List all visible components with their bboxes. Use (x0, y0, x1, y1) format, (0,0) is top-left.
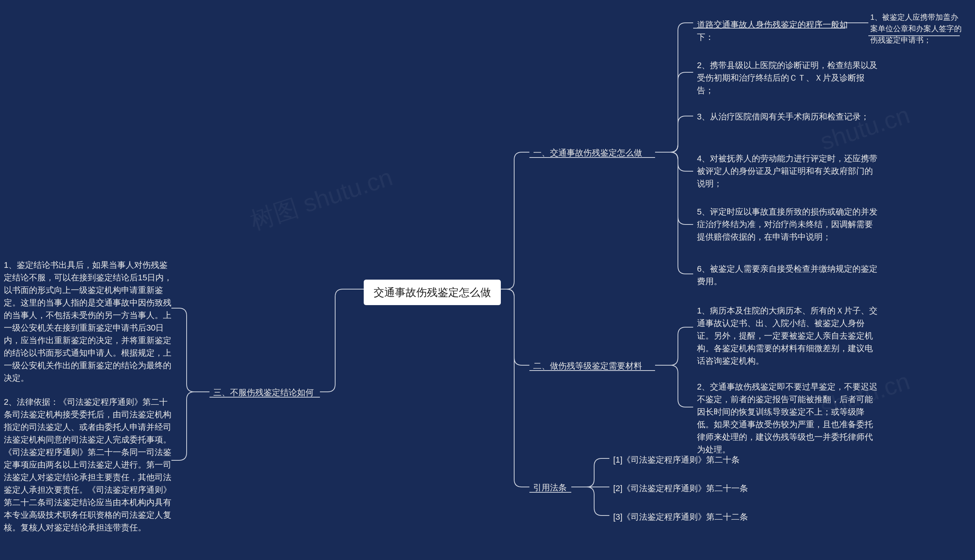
branch-3-item-0: [1]《司法鉴定程序通则》第二十条 (613, 453, 740, 466)
branch-1-item-4: 5、评定时应以事故直接所致的损伤或确定的并发症治疗终结为准，对治疗尚未终结，因调… (697, 205, 880, 243)
branch-1-item-3: 4、对被抚养人的劳动能力进行评定时，还应携带被评定人的身份证及户籍证明和有关政府… (697, 152, 880, 190)
branch-1-item-5: 6、被鉴定人需要亲自接受检查并缴纳规定的鉴定费用。 (697, 262, 880, 288)
branch-1-label[interactable]: 一、交通事故伤残鉴定怎么做 (533, 147, 642, 159)
branch-3-item-2: [3]《司法鉴定程序通则》第二十二条 (613, 510, 748, 523)
branch-4-item-0: 1、鉴定结论书出具后，如果当事人对伤残鉴定结论不服，可以在接到鉴定结论后15日内… (4, 259, 175, 384)
branch-3-item-1: [2]《司法鉴定程序通则》第二十一条 (613, 482, 748, 495)
center-title: 交通事故伤残鉴定怎么做 (374, 287, 491, 298)
branch-4-item-1: 2、法律依据：《司法鉴定程序通则》第二十条司法鉴定机构接受委托后，由司法鉴定机构… (4, 396, 175, 534)
branch-4-label[interactable]: 三、不服伤残鉴定结论如何 (213, 386, 314, 399)
mindmap-canvas: 交通事故伤残鉴定怎么做 一、交通事故伤残鉴定怎么做 道路交通事故人身伤残鉴定的程… (0, 0, 975, 560)
branch-1-item-0b: 1、被鉴定人应携带加盖办案单位公章和办案人签字的伤残鉴定申请书； (870, 12, 965, 46)
branch-1-item-2: 3、从治疗医院借阅有关手术病历和检查记录； (697, 110, 869, 123)
branch-1-item-1: 2、携带县级以上医院的诊断证明，检查结果以及受伤初期和治疗终结后的ＣＴ、Ｘ片及诊… (697, 59, 880, 97)
branch-2-label[interactable]: 二、做伤残等级鉴定需要材料 (533, 360, 642, 372)
center-node[interactable]: 交通事故伤残鉴定怎么做 (364, 280, 501, 305)
branch-2-item-1: 2、交通事故伤残鉴定即不要过早鉴定，不要迟迟不鉴定，前者的鉴定报告可能被推翻，后… (697, 380, 880, 456)
branch-2-item-0: 1、病历本及住院的大病历本、所有的Ｘ片子、交通事故认定书、出、入院小结、被鉴定人… (697, 304, 880, 367)
branch-1-item-0: 道路交通事故人身伤残鉴定的程序一般如下： (697, 18, 849, 43)
branch-3-label[interactable]: 引用法条 (533, 481, 567, 494)
